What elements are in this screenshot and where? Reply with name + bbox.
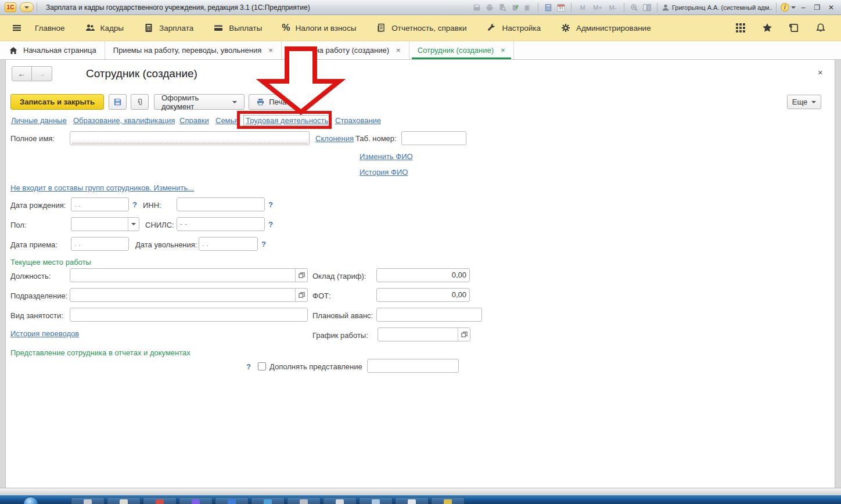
dismissal-date-help[interactable]: ?	[261, 240, 266, 249]
salary-input[interactable]: 0,00	[376, 268, 470, 282]
snils-help[interactable]: ?	[268, 220, 273, 229]
nav-link-personal-data[interactable]: Личные данные	[11, 116, 67, 125]
full-name-input[interactable]	[70, 131, 310, 145]
declensions-link[interactable]: Склонения	[315, 134, 354, 143]
print-preview-icon[interactable]	[497, 2, 508, 13]
nav-link-work-activity[interactable]: Трудовая деятельность	[243, 115, 330, 126]
memory-subtract-button[interactable]: M-	[606, 4, 620, 11]
menu-item-payments[interactable]: Выплаты	[213, 23, 262, 33]
current-user[interactable]: Григорьянц А.А. (системный адм...	[662, 2, 772, 13]
menu-item-reports[interactable]: Отчетность, справки	[376, 23, 466, 33]
more-button[interactable]: Еще	[787, 95, 821, 109]
dropdown-button[interactable]	[128, 218, 139, 231]
taskbar-app-button[interactable]	[71, 497, 105, 504]
hire-date-input[interactable]: . .	[71, 237, 129, 251]
close-button[interactable]: ✕	[825, 3, 838, 12]
tab-employee-creation[interactable]: Сотрудник (создание) ×	[409, 41, 514, 59]
transfer-history-link[interactable]: История переводов	[10, 329, 79, 338]
maximize-button[interactable]: ❐	[811, 3, 824, 12]
calendar-icon[interactable]: 31	[555, 2, 567, 13]
attachments-button[interactable]	[131, 94, 149, 110]
gender-select[interactable]	[71, 217, 139, 231]
save-and-close-button[interactable]: Записать и закрыть	[10, 94, 104, 110]
tab-number-input[interactable]	[401, 131, 466, 145]
menu-item-settings[interactable]: Настройка	[486, 23, 540, 33]
forward-button[interactable]: →	[32, 66, 52, 81]
taskbar-app-button[interactable]	[359, 497, 393, 504]
print-icon[interactable]	[484, 2, 495, 13]
employee-groups-link[interactable]: Не входит в составы групп сотрудников. И…	[10, 183, 194, 192]
taskbar-app-button[interactable]	[215, 497, 249, 504]
back-button[interactable]: ←	[12, 66, 32, 81]
save-icon[interactable]	[471, 2, 483, 13]
work-schedule-input[interactable]	[378, 327, 470, 341]
menu-item-administration[interactable]: Администрирование	[560, 23, 651, 33]
tab-home[interactable]: Начальная страница	[0, 41, 105, 59]
notifications-bell-icon[interactable]	[815, 23, 826, 33]
tab-hires-transfers[interactable]: Приемы на работу, переводы, увольнения ×	[105, 41, 282, 59]
close-tab-icon[interactable]: ×	[396, 46, 401, 55]
copy-document-icon[interactable]	[522, 2, 534, 13]
nav-link-education[interactable]: Образование, квалификация	[73, 116, 175, 125]
fot-input[interactable]: 0,00	[376, 288, 470, 302]
menu-item-main[interactable]: Главное	[35, 24, 65, 33]
taskbar-app-button[interactable]	[179, 497, 213, 504]
choose-value-button[interactable]	[295, 289, 307, 301]
zoom-icon[interactable]	[628, 2, 640, 13]
choose-value-button[interactable]	[295, 269, 307, 282]
info-button[interactable]: i	[781, 3, 796, 12]
save-button[interactable]	[109, 94, 127, 110]
history-icon[interactable]	[789, 23, 799, 33]
nav-link-certificates[interactable]: Справки	[179, 116, 209, 125]
memory-add-button[interactable]: M+	[591, 4, 605, 11]
calculator-icon[interactable]	[542, 2, 554, 13]
append-presentation-checkbox[interactable]	[258, 362, 266, 370]
minimize-button[interactable]: –	[797, 3, 810, 12]
dismissal-date-input[interactable]: . .	[199, 237, 258, 251]
planned-advance-input[interactable]	[376, 308, 482, 322]
home-icon	[8, 45, 19, 56]
start-button[interactable]	[23, 496, 38, 504]
taskbar-app-button[interactable]	[251, 497, 285, 504]
nav-link-insurance[interactable]: Страхование	[335, 116, 381, 125]
main-menu-icon[interactable]	[12, 23, 22, 33]
nav-link-family[interactable]: Семья	[215, 116, 238, 125]
taskbar-app-button[interactable]	[107, 497, 141, 504]
system-menu-button[interactable]	[20, 2, 34, 12]
split-window-icon[interactable]	[641, 2, 653, 13]
birth-date-help[interactable]: ?	[132, 200, 137, 209]
form-close-icon[interactable]: ×	[818, 67, 823, 77]
close-tab-icon[interactable]: ×	[501, 46, 505, 55]
change-fio-link[interactable]: Изменить ФИО	[360, 152, 413, 161]
inn-input[interactable]	[177, 197, 265, 211]
taskbar-app-button[interactable]	[143, 497, 177, 504]
presentation-suffix-input[interactable]	[367, 359, 459, 373]
position-input[interactable]	[70, 268, 308, 282]
menu-item-taxes[interactable]: % Налоги и взносы	[282, 23, 356, 33]
tab-hire-creation[interactable]: Прием на работу (создание) ×	[282, 41, 409, 59]
taskbar-app-button[interactable]	[431, 497, 465, 504]
close-tab-icon[interactable]: ×	[268, 46, 273, 55]
create-document-button[interactable]: Оформить документ	[154, 94, 245, 110]
windows-taskbar	[0, 495, 841, 504]
snils-input[interactable]: - -	[177, 217, 265, 231]
application-window: 1С Зарплата и кадры государственного учр…	[0, 0, 841, 504]
menu-item-hr[interactable]: Кадры	[85, 23, 124, 33]
taskbar-app-button[interactable]	[323, 497, 357, 504]
fio-history-link[interactable]: История ФИО	[360, 168, 408, 177]
post-document-icon[interactable]	[509, 2, 521, 13]
employment-type-input[interactable]	[70, 308, 308, 322]
taskbar-app-button[interactable]	[395, 497, 429, 504]
service-functions-icon[interactable]	[735, 23, 746, 33]
presentation-help[interactable]: ?	[246, 362, 251, 371]
menu-item-salary[interactable]: Зарплата	[143, 23, 193, 33]
favorites-star-icon[interactable]	[762, 23, 772, 33]
birth-date-input[interactable]: . .	[71, 197, 129, 211]
fot-value: 0,00	[452, 290, 466, 299]
print-button[interactable]: Печать	[249, 94, 301, 110]
memory-recall-button[interactable]: M	[576, 4, 590, 11]
inn-help[interactable]: ?	[268, 200, 273, 209]
choose-value-button[interactable]	[458, 328, 470, 341]
taskbar-app-button[interactable]	[287, 497, 321, 504]
department-input[interactable]	[70, 288, 308, 302]
